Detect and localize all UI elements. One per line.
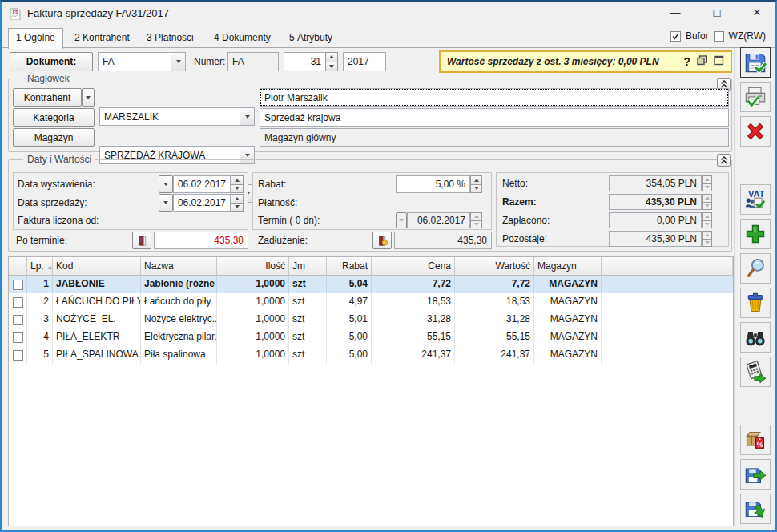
col-kod[interactable]: Kod [53,257,141,276]
sidebar-divider [734,48,735,526]
bufor-checkbox[interactable] [670,31,681,42]
restore-panel-icon[interactable] [697,55,707,68]
ledger-icon [136,235,148,247]
rabat-label: Rabat: [258,179,286,190]
faktura-liczona-label: Faktura liczona od: [18,215,99,226]
data-sprzedazy-label: Data sprzedaży: [18,197,87,208]
kontrahent-button[interactable]: Kontrahent [13,88,82,107]
close-button[interactable]: ✕ [743,2,771,24]
cancel-button[interactable] [740,116,771,147]
spin-down-icon[interactable] [325,62,338,72]
termin-spinner [470,212,482,228]
kontrahent-menu-arrow-button[interactable] [82,88,95,107]
pozostaje-spinner [702,231,712,247]
spin-down-icon[interactable] [231,185,244,194]
table-row[interactable]: 1 JABŁONIE Jabłonie (różne ... 1,0000 sz… [9,276,733,293]
save-button[interactable] [740,47,771,78]
col-cena[interactable]: Cena [372,257,455,276]
collapse-daty-button[interactable] [717,154,731,167]
magazyn-button[interactable]: Magazyn [13,128,95,147]
maximize-panel-icon[interactable] [714,55,724,68]
row-checkbox[interactable] [13,332,23,343]
vat-button[interactable]: VAT [740,184,771,215]
data-sprzedazy-spinner [231,194,244,212]
data-sprzedazy-field[interactable]: 06.02.2017 [173,194,231,212]
spin-down-icon[interactable] [470,185,482,194]
row-checkbox[interactable] [13,297,23,308]
help-icon[interactable]: ? [683,55,690,68]
data-wystawienia-field[interactable]: 06.02.2017 [173,175,231,193]
numer-prefix-field: FA [227,52,279,71]
minimize-button[interactable]: — [662,2,689,24]
daty-title: Daty i Wartości [23,154,95,165]
title-bar: FS Faktura sprzedaży FA/31/2017 — □ ✕ [2,2,775,26]
chevron-down-icon[interactable] [171,53,185,71]
tab-ogolne[interactable]: 1 Ogólne [8,28,63,49]
col-magazyn[interactable]: Magazyn [534,257,602,276]
magnifier-icon [744,257,767,280]
sort-asc-icon: ▲ [46,263,53,271]
zadluzenie-ledger-button[interactable] [372,232,392,249]
termin-label: Termin ( 0 dn): [258,215,320,226]
table-row[interactable]: 5 PIŁA_SPALINOWA Piła spalinowa 1,0000 s… [9,346,733,364]
col-jm[interactable]: Jm [289,257,327,276]
col-ilosc[interactable]: Ilość [217,257,289,276]
data-wystawienia-label: Data wystawienia: [18,179,95,190]
wzrw-checkbox[interactable] [714,31,724,42]
po-terminie-ledger-button[interactable] [132,232,151,249]
table-row[interactable]: 2 ŁAŃCUCH DO PIŁY Łańcuch do piły 1,0000… [9,293,733,311]
table-row[interactable]: 4 PIŁA_ELEKTR Elektryczna pilar... 1,000… [9,328,733,346]
dokument-button[interactable]: Dokument: [10,52,93,71]
maximize-button[interactable]: □ [703,2,731,24]
row-checkbox[interactable] [13,350,23,361]
svg-text:%: % [757,441,763,449]
open-item-button[interactable] [740,253,771,284]
col-wartosc[interactable]: Wartość [455,257,534,276]
zaplacono-field: 0,00 PLN [609,212,702,228]
tab-atrybuty[interactable]: 5 Atrybuty [282,29,340,49]
kategoria-button[interactable]: Kategoria [13,108,95,127]
zaplacono-spinner [702,212,712,228]
spin-down-icon[interactable] [231,204,244,212]
col-lp[interactable]: Lp. ▲ [27,257,53,276]
kategoria-name-field[interactable]: Sprzedaż krajowa [260,108,729,127]
save-export-button[interactable] [740,459,771,490]
spin-up-icon[interactable] [325,52,338,62]
print-button[interactable] [740,82,771,112]
row-checkbox[interactable] [13,315,23,325]
platnosc-label: Płatność: [258,197,297,208]
spin-up-icon[interactable] [231,194,244,204]
discount-button[interactable]: % [740,425,771,455]
spin-up-icon[interactable] [231,175,244,185]
delete-item-button[interactable] [740,288,771,318]
tab-platnosci[interactable]: 3 Płatności [139,29,201,49]
col-rabat[interactable]: Rabat [327,257,372,276]
numer-label: Numer: [194,56,225,67]
zadluzenie-label: Zadłużenie: [258,235,308,246]
data-sprzedazy-calendar-button[interactable] [159,194,173,212]
data-wystawienia-calendar-button[interactable] [159,175,173,193]
find-button[interactable] [740,322,771,353]
recalculate-button[interactable] [740,357,771,387]
col-nazwa[interactable]: Nazwa [141,257,217,276]
svg-text:VAT: VAT [748,189,765,199]
row-checkbox[interactable] [13,280,23,290]
sales-value-banner: Wartość sprzedaży z ost. 3 miesięcy: 0,0… [439,50,732,73]
table-row[interactable]: 3 NOŻYCE_EL. Nożyce elektryc... 1,0000 s… [9,311,733,328]
razem-field: 435,30 PLN [609,194,702,210]
tab-kontrahent[interactable]: 2 Kontrahent [67,29,137,49]
spin-up-icon[interactable] [470,175,482,185]
rabat-field[interactable]: 5,00 % [396,175,470,193]
numer-value-field[interactable]: 31 [284,52,325,71]
doc-type-combobox[interactable]: FA [98,52,186,71]
numer-year-field[interactable]: 2017 [343,52,386,71]
chevron-down-icon[interactable] [240,108,254,125]
banner-text: Wartość sprzedaży z ost. 3 miesięcy: 0,0… [447,56,677,67]
kontrahent-name-field[interactable]: Piotr Marszalik [260,88,729,107]
naglowek-title: Nagłówek [23,73,74,84]
save-close-button[interactable] [740,494,771,524]
tab-dokumenty[interactable]: 4 Dokumenty [207,29,278,49]
kontrahent-code-combobox[interactable]: MARSZALIK [99,107,255,126]
termin-calendar-button [396,212,407,228]
add-item-button[interactable] [740,219,771,249]
